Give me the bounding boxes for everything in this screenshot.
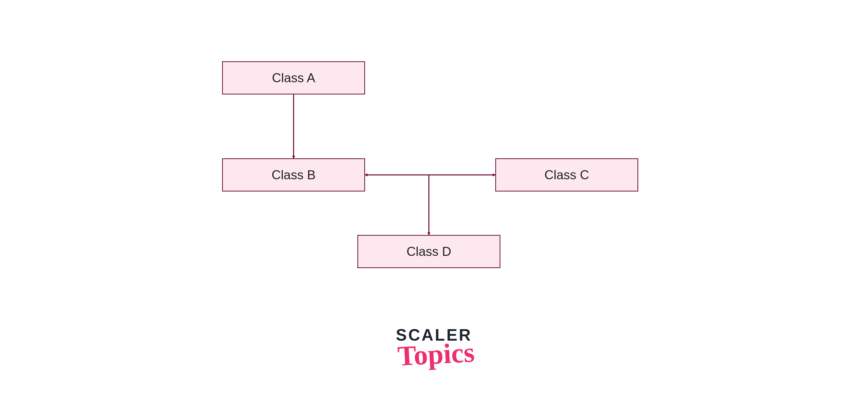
- class-b-box: Class B: [222, 158, 365, 191]
- brand-logo-bottom-text: Topics: [384, 339, 488, 370]
- class-d-label: Class D: [406, 244, 451, 259]
- class-a-label: Class A: [272, 70, 315, 85]
- class-d-box: Class D: [358, 235, 500, 268]
- brand-logo: SCALER Topics: [383, 327, 485, 367]
- diagram-stage: Class A Class B Class C Class D SCALER T…: [0, 0, 868, 418]
- class-a-box: Class A: [222, 61, 365, 94]
- class-c-box: Class C: [495, 158, 638, 191]
- class-c-label: Class C: [544, 168, 589, 182]
- class-b-label: Class B: [272, 168, 315, 182]
